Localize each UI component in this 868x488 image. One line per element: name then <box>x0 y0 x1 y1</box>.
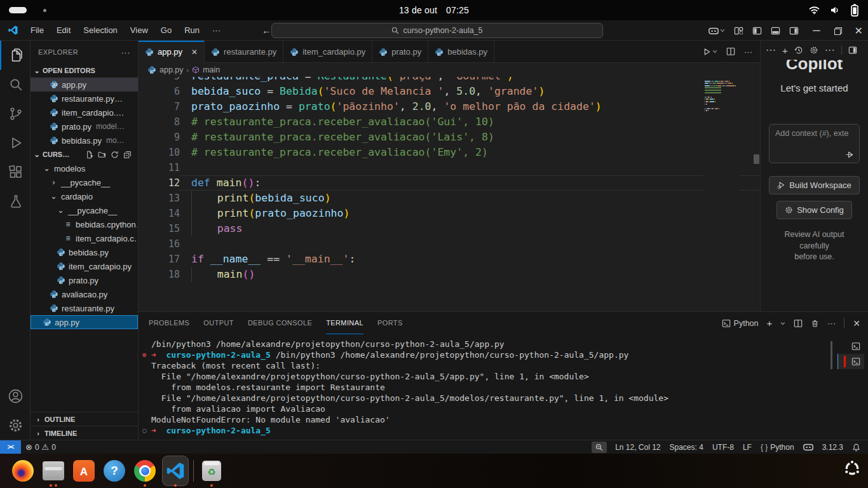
tree-file-item_cardapio.c[interactable]: ≡item_cardapio.c… <box>31 231 138 245</box>
nav-back-button[interactable]: ← <box>262 25 271 36</box>
problems-indicator[interactable]: ⊗0 ⚠0 <box>21 440 60 454</box>
open-editor-prato.py[interactable]: prato.pymodel… <box>31 119 138 133</box>
panel-tab-problems[interactable]: PROBLEMS <box>149 312 189 334</box>
command-center-search[interactable]: curso-python-2-aula_5 <box>271 23 603 38</box>
remote-indicator[interactable]: >< <box>0 440 21 454</box>
cursor-position[interactable]: Ln 12, Col 12 <box>611 440 665 454</box>
tree-file-avaliacao.py[interactable]: avaliacao.py <box>31 287 138 301</box>
chat-more-icon[interactable]: ··· <box>766 44 776 56</box>
indentation-setting[interactable]: Spaces: 4 <box>665 440 708 454</box>
outline-section[interactable]: ›OUTLINE <box>31 412 138 426</box>
close-tab-icon[interactable]: ✕ <box>191 48 198 57</box>
tab-restaurante.py[interactable]: restaurante.py <box>205 41 283 63</box>
explorer-more-actions-icon[interactable]: ··· <box>121 48 130 57</box>
tree-file-bebidas.py[interactable]: bebidas.py <box>31 245 138 259</box>
dock-vscode[interactable] <box>160 455 191 487</box>
collapse-folders-icon[interactable] <box>123 151 132 159</box>
breadcrumb-symbol[interactable]: main <box>203 65 220 74</box>
open-editor-bebidas.py[interactable]: bebidas.pymo… <box>31 133 138 147</box>
copilot-status-icon[interactable] <box>799 440 818 454</box>
copilot-menu-icon[interactable] <box>709 27 725 35</box>
terminal-shell-label[interactable]: Python <box>722 319 759 328</box>
menu-Go[interactable]: Go <box>155 24 177 37</box>
new-chat-icon[interactable]: + <box>782 45 788 56</box>
show-apps-button[interactable] <box>843 459 862 478</box>
dock-appcenter[interactable]: A <box>69 455 99 487</box>
menu-Selection[interactable]: Selection <box>78 24 123 37</box>
run-python-file-icon[interactable] <box>703 48 717 56</box>
testing-icon[interactable] <box>0 187 31 216</box>
restore-button[interactable] <box>834 27 841 34</box>
open-editors-header[interactable]: ⌄OPEN EDITORS <box>31 64 138 78</box>
panel-tab-output[interactable]: OUTPUT <box>203 312 234 334</box>
split-terminal-icon[interactable] <box>794 319 803 328</box>
close-editor-icon[interactable]: ✕ <box>51 80 57 89</box>
dock-trash[interactable]: ♻ <box>196 455 227 487</box>
new-terminal-icon[interactable]: + <box>767 318 773 329</box>
notifications-bell-icon[interactable] <box>848 440 868 454</box>
close-window-button[interactable]: ✕ <box>855 25 863 37</box>
tab-item_cardapio.py[interactable]: item_cardapio.py <box>283 41 372 63</box>
system-tray[interactable] <box>719 4 859 17</box>
chat-send-icon[interactable] <box>844 150 854 159</box>
editor-more-actions-icon[interactable]: ··· <box>744 47 752 57</box>
tree-file-prato.py[interactable]: prato.py <box>31 273 138 287</box>
account-icon[interactable] <box>0 381 31 410</box>
terminal-tab[interactable] <box>837 339 864 354</box>
open-editor-item_cardapio.…[interactable]: item_cardapio.… <box>31 105 138 119</box>
system-clock[interactable]: 13 de out 07:25 <box>399 5 469 15</box>
terminal-scrollbar[interactable] <box>831 341 832 369</box>
toggle-panel-icon[interactable] <box>771 26 780 36</box>
panel-tab-debug-console[interactable]: DEBUG CONSOLE <box>248 312 312 334</box>
explorer-icon[interactable] <box>0 41 31 70</box>
tab-bebidas.py[interactable]: bebidas.py <box>428 41 494 63</box>
workspace-folder-header[interactable]: ⌄CURS… <box>31 147 138 161</box>
run-debug-icon[interactable] <box>0 128 31 158</box>
workspace-indicator-pill[interactable] <box>9 7 27 13</box>
tree-file-app.py[interactable]: app.py <box>31 315 138 329</box>
toggle-secondary-sidebar-icon[interactable] <box>789 26 799 36</box>
terminal-tab-active[interactable] <box>837 354 864 369</box>
menu-more[interactable]: ··· <box>207 24 226 37</box>
tree-folder-__pycache__[interactable]: ⌄__pycache__ <box>31 203 138 217</box>
menu-Edit[interactable]: Edit <box>51 24 76 37</box>
tree-file-restaurante.py[interactable]: restaurante.py <box>31 301 138 315</box>
chat-input[interactable]: Add context (#), exte <box>769 124 860 163</box>
tab-prato.py[interactable]: prato.py <box>372 41 428 63</box>
panel-tab-terminal[interactable]: TERMINAL <box>326 312 363 334</box>
dock-firefox[interactable] <box>8 455 38 487</box>
show-config-button[interactable]: Show Config <box>776 201 852 219</box>
vscode-logo-icon[interactable] <box>8 25 18 36</box>
kill-terminal-icon[interactable] <box>811 319 819 328</box>
panel-more-icon[interactable]: ··· <box>825 44 835 56</box>
dock-files[interactable] <box>38 455 69 487</box>
screen-magnifier-indicator[interactable] <box>592 442 607 453</box>
minimize-button[interactable]: ─ <box>813 25 820 36</box>
build-workspace-button[interactable]: Build Workspace <box>769 176 859 194</box>
tree-folder-cardapio[interactable]: ⌄cardapio <box>31 189 138 203</box>
breadcrumb[interactable]: app.py › main <box>139 63 760 77</box>
toggle-sidebar-icon[interactable] <box>752 26 762 36</box>
settings-gear-icon[interactable] <box>0 410 31 440</box>
terminal-output[interactable]: /bin/python3 /home/alexandre/projetopyth… <box>139 335 831 440</box>
customize-layout-icon[interactable] <box>734 26 743 36</box>
tree-file-bebidas.cpython[interactable]: ≡bebidas.cpython… <box>31 217 138 231</box>
panel-more-actions-icon[interactable]: ··· <box>827 318 836 328</box>
minimap[interactable] <box>703 77 740 311</box>
refresh-icon[interactable] <box>111 151 119 159</box>
open-editor-restaurante.py…[interactable]: restaurante.py… <box>31 92 138 105</box>
split-editor-icon[interactable] <box>726 47 735 56</box>
timeline-section[interactable]: ›TIMELINE <box>31 426 138 440</box>
terminal-dropdown-icon[interactable] <box>780 321 785 326</box>
tree-folder-__pycache__[interactable]: ›__pycache__ <box>31 175 138 189</box>
close-panel-icon[interactable]: ✕ <box>853 318 860 329</box>
breadcrumb-file[interactable]: app.py <box>159 65 184 74</box>
search-view-icon[interactable] <box>0 70 31 99</box>
tab-app.py[interactable]: app.py✕ <box>139 41 205 63</box>
source-control-icon[interactable] <box>0 99 31 128</box>
encoding-setting[interactable]: UTF-8 <box>708 440 738 454</box>
dock-help[interactable]: ? <box>99 455 130 487</box>
python-interpreter-version[interactable]: 3.12.3 <box>818 440 848 454</box>
menu-View[interactable]: View <box>125 24 154 37</box>
tree-file-item_cardapio.py[interactable]: item_cardapio.py <box>31 259 138 273</box>
